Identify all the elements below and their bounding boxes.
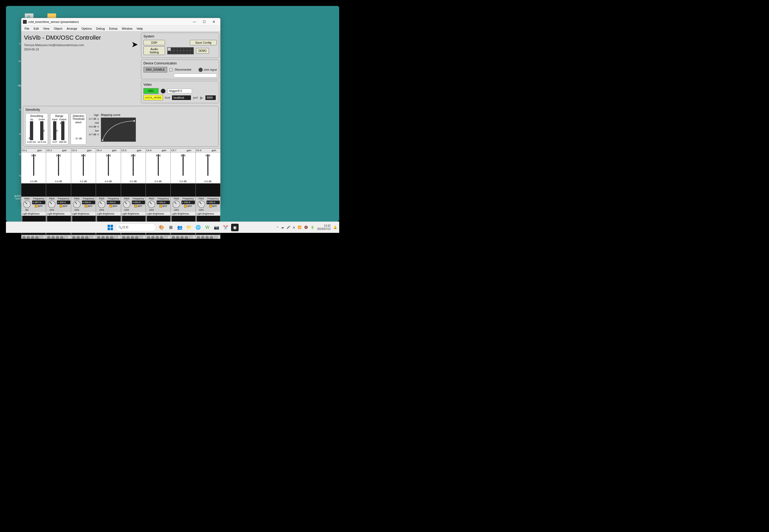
explorer-titlebar[interactable]: — ☐ ✕	[230, 60, 332, 68]
add-button[interactable]: +	[306, 50, 311, 55]
curve-editor[interactable]	[101, 118, 136, 142]
menu-file[interactable]: File	[22, 26, 32, 31]
teams-icon[interactable]: 👥	[176, 224, 184, 231]
onedrive-icon[interactable]: ☁	[281, 226, 284, 229]
bpf-checkbox[interactable]	[35, 205, 37, 208]
explorer-icon[interactable]: 📁	[185, 224, 193, 231]
battery-icon[interactable]: 🔋	[310, 226, 314, 229]
bpf-checkbox[interactable]	[159, 205, 162, 208]
view-toggle[interactable]	[320, 196, 332, 202]
explorer-window[interactable]: — ☐ ✕ 🔍 詳細	[230, 60, 332, 203]
pd-icon[interactable]: ◉	[231, 224, 239, 231]
close-button[interactable]: ✕	[302, 36, 311, 42]
bpf-checkbox[interactable]	[85, 205, 87, 208]
pitch-knob[interactable]	[198, 201, 205, 208]
filter-input[interactable]: 🔍 Filter	[264, 50, 304, 55]
menu-arrange[interactable]: Arrange	[64, 26, 79, 31]
save-config-button[interactable]: Save Config	[190, 40, 217, 45]
clock[interactable]: 13:42 2024/07/23	[317, 224, 330, 231]
pitch-knob[interactable]	[148, 201, 155, 208]
wifi-icon[interactable]: 📶	[298, 226, 301, 229]
smoothing-up-slider[interactable]	[30, 121, 33, 140]
frequency-value[interactable]: 987.8	[32, 201, 45, 204]
menu-debug[interactable]: Debug	[233, 43, 246, 48]
main-window[interactable]: ccbt_tonechime_sensor (presentation) — ☐…	[21, 18, 220, 205]
menu-view[interactable]: View	[41, 26, 52, 31]
chrome-icon[interactable]: 🌐	[194, 224, 202, 231]
app-icon[interactable]: W	[203, 224, 211, 231]
local-mode-button[interactable]: LOCAL_MODE	[143, 95, 163, 100]
menu-options[interactable]: Options	[79, 26, 94, 31]
menu-extras[interactable]: Extras	[107, 26, 120, 31]
minimize-button[interactable]: —	[189, 19, 199, 25]
frequency-value[interactable]: 830.6	[57, 201, 70, 204]
menu-extras[interactable]: Extras	[250, 43, 262, 48]
snip-icon[interactable]: ✂️	[222, 224, 229, 231]
taskbar-search[interactable]: 🔍 検索	[116, 223, 156, 232]
audio-setting-button[interactable]: Audio Setting	[143, 46, 165, 55]
menu-debug[interactable]: Debug	[94, 26, 107, 31]
frequency-value[interactable]: 830.6	[181, 201, 195, 204]
frequency-value[interactable]: 830.6	[82, 201, 95, 204]
trigger-input[interactable]	[168, 89, 192, 93]
bpf-checkbox[interactable]	[60, 205, 62, 208]
pitch-knob[interactable]	[73, 201, 81, 208]
bpf-checkbox[interactable]	[209, 205, 212, 208]
mic-icon[interactable]: 🎤	[286, 226, 290, 229]
menu-window[interactable]: Window	[120, 26, 134, 31]
pitch-knob[interactable]	[172, 201, 180, 208]
gain-slider[interactable]	[182, 154, 184, 176]
maximize-button[interactable]: ☐	[311, 61, 320, 67]
host-input[interactable]	[172, 95, 191, 100]
minimize-button[interactable]: —	[282, 36, 292, 42]
disconnected-checkbox[interactable]	[169, 68, 172, 71]
maximize-button[interactable]: ☐	[292, 36, 302, 42]
copilot-icon[interactable]: 🎨	[158, 224, 165, 231]
menu-help[interactable]: Help	[284, 43, 294, 48]
task-view-icon[interactable]: ⊞	[167, 224, 174, 231]
search-icon[interactable]: 🔍	[322, 69, 329, 76]
pitch-knob[interactable]	[48, 201, 56, 208]
camera-icon[interactable]: 📷	[213, 224, 220, 231]
frequency-value[interactable]: 830.6	[206, 201, 220, 204]
menu-edit[interactable]: Edit	[32, 26, 41, 31]
dmx-disable-button[interactable]: DMX_DISABLE	[143, 67, 167, 72]
ime-icon[interactable]: A	[293, 226, 295, 229]
dsp-button[interactable]: DSP	[143, 40, 165, 45]
maximize-button[interactable]: ☐	[199, 19, 209, 25]
demo-button[interactable]: DEMO	[196, 48, 209, 54]
bpf-checkbox[interactable]	[134, 205, 137, 208]
volume-icon[interactable]: 🔇	[304, 226, 308, 229]
gain-slider[interactable]	[33, 154, 34, 176]
range-input-slider[interactable]	[53, 121, 56, 140]
bpf-checkbox[interactable]	[184, 205, 187, 208]
port-input[interactable]	[205, 95, 216, 100]
notifications-icon[interactable]: 🔔	[333, 226, 337, 229]
frequency-value[interactable]: 830.6	[132, 201, 145, 204]
gain-slider[interactable]	[133, 154, 134, 176]
details-toggle[interactable]: 詳細	[319, 79, 329, 83]
tray-chevron-icon[interactable]: ^	[277, 226, 278, 229]
gain-slider[interactable]	[207, 154, 208, 176]
gain-slider[interactable]	[108, 154, 109, 176]
gain-slider[interactable]	[58, 154, 59, 176]
smoothing-down-slider[interactable]	[40, 121, 43, 140]
menu-window[interactable]: Window	[266, 43, 281, 48]
gain-slider[interactable]	[83, 154, 84, 176]
pitch-knob[interactable]	[23, 201, 31, 208]
frequency-value[interactable]: 830.6	[157, 201, 170, 204]
minimize-button[interactable]: —	[301, 61, 311, 67]
close-button[interactable]: ✕	[320, 61, 330, 67]
bpf-checkbox[interactable]	[109, 205, 112, 208]
range-output-slider[interactable]	[61, 121, 64, 140]
gain-slider[interactable]	[158, 154, 159, 176]
color-palette[interactable]	[167, 47, 194, 54]
main-titlebar[interactable]: ccbt_tonechime_sensor (presentation) — ☐…	[21, 18, 220, 26]
menu-help[interactable]: Help	[134, 26, 145, 31]
start-button[interactable]	[106, 224, 114, 231]
close-button[interactable]: ✕	[209, 19, 219, 25]
osc-button[interactable]: OSC	[143, 88, 158, 94]
pitch-knob[interactable]	[98, 201, 105, 208]
pitch-knob[interactable]	[123, 201, 130, 208]
frequency-value[interactable]: 830.6	[107, 201, 120, 204]
